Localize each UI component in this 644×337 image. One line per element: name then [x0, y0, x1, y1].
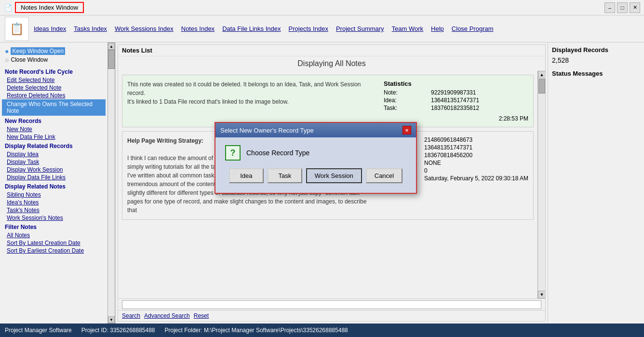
scrollbar-thumb[interactable]	[108, 50, 115, 69]
menu-ideas-index[interactable]: Ideas Index	[34, 25, 66, 32]
advanced-search-link[interactable]: Advanced Search	[144, 312, 190, 319]
notes-scroll-track	[538, 79, 545, 291]
restore-button[interactable]: □	[617, 2, 628, 13]
sidebar-display-idea[interactable]: Display Idea	[2, 150, 106, 158]
search-link[interactable]: Search	[122, 312, 140, 319]
sidebar-display-task[interactable]: Display Task	[2, 158, 106, 166]
sidebar-edit-note[interactable]: Edit Selected Note	[2, 76, 106, 84]
sidebar-scroll-wrapper: ● Keep Window Open ○ Close Window Note R…	[0, 42, 115, 324]
modal-task-button[interactable]: Task	[268, 168, 302, 183]
menu-team-work[interactable]: Team Work	[392, 25, 424, 32]
modal-choose-text: Choose Record Type	[246, 149, 309, 157]
minimize-button[interactable]: –	[604, 2, 615, 13]
sidebar-content: ● Keep Window Open ○ Close Window Note R…	[0, 42, 107, 324]
displayed-records-value: 2,528	[552, 54, 640, 66]
stat-row-note-1: Note: 92291909987331	[384, 89, 528, 96]
scrollbar-up-btn[interactable]: ▲	[108, 43, 115, 50]
modal-question-icon: ?	[225, 145, 241, 161]
stat-value-idea-1: 136481351747371	[431, 97, 479, 104]
radio-close-label: Close Window	[11, 56, 48, 63]
radio-keep-window-open[interactable]: ● Keep Window Open	[5, 47, 103, 55]
sidebar-work-session-notes[interactable]: Work Session's Notes	[2, 214, 106, 222]
sidebar-new-data-file-link[interactable]: New Data File Link	[2, 133, 106, 141]
title-bar-controls: – □ ✕	[604, 2, 640, 13]
status-messages-section: Status Messages	[552, 70, 640, 78]
sidebar-display-work-session[interactable]: Display Work Session	[2, 166, 106, 174]
notes-search-bar: Search Advanced Search Reset	[118, 310, 545, 321]
notes-scroll-down-btn[interactable]: ▼	[538, 291, 545, 298]
stat-timestamp-1: 2:28:53 PM	[384, 115, 528, 122]
section-note-lifecycle-title: Note Record's Life Cycle	[2, 67, 106, 76]
sidebar-restore-notes[interactable]: Restore Deleted Notes	[2, 92, 106, 99]
stat-value-worksession-2: NONE	[424, 160, 441, 166]
stat-value-note-1: 92291909987331	[431, 89, 476, 96]
menu-projects-index[interactable]: Projects Index	[289, 25, 328, 32]
modal-content-row: ? Choose Record Type	[225, 145, 406, 161]
menu-bar: 📋 Ideas Index Tasks Index Work Sessions …	[0, 15, 644, 42]
stat-value-datafiles-2: 0	[424, 167, 428, 174]
notes-list-header: Notes List	[118, 45, 545, 56]
stat-value-created-2: Saturday, February 5, 2022 09:30:18 AM	[424, 175, 528, 182]
sidebar-all-notes[interactable]: All Notes	[2, 231, 106, 239]
app-icon: 📄	[4, 4, 12, 12]
radio-close-window[interactable]: ○ Close Window	[5, 56, 103, 64]
radio-keep-label: Keep Window Open	[11, 47, 65, 55]
status-bar: Project Manager Software Project ID: 335…	[0, 324, 644, 337]
status-project-folder: Project Folder: M:\Project Manager Softw…	[165, 327, 348, 334]
menu-tasks-index[interactable]: Tasks Index	[74, 25, 107, 32]
modal-title-text: Select New Owner's Record Type	[220, 127, 314, 134]
modal-close-button[interactable]: ×	[402, 126, 411, 135]
right-panel: Displayed Records 2,528 Status Messages	[548, 42, 644, 324]
sidebar-display-data-file-links[interactable]: Display Data File Links	[2, 174, 106, 181]
modal-buttons: Idea Task Work Session Cancel	[225, 168, 406, 185]
menu-project-summary[interactable]: Project Summary	[336, 25, 384, 32]
stat-row-task-1: Task: 183760182335812	[384, 105, 528, 111]
app-logo-icon: 📋	[5, 17, 29, 41]
modal-dialog: Select New Owner's Record Type × ? Choos…	[215, 122, 417, 194]
menu-data-file-links-index[interactable]: Data File Links Index	[222, 25, 281, 32]
scrollbar-down-btn[interactable]: ▼	[108, 316, 115, 323]
scrollbar-track	[108, 50, 115, 316]
displayed-records-section: Displayed Records 2,528	[552, 46, 640, 66]
notes-scroll-up-btn[interactable]: ▲	[538, 71, 545, 79]
menu-close-program[interactable]: Close Program	[452, 25, 494, 32]
note-card-1-text: This note was created so it could be del…	[127, 80, 379, 122]
menu-work-sessions-index[interactable]: Work Sessions Index	[115, 25, 174, 32]
section-display-related-notes-title: Display Related Notes	[2, 181, 106, 191]
note-card-2-heading: Help Page Writing Strategy:	[127, 137, 203, 144]
stats-title-1: Statistics	[384, 80, 528, 87]
sidebar-delete-note[interactable]: Delete Selected Note	[2, 84, 106, 92]
modal-cancel-button[interactable]: Cancel	[366, 168, 402, 183]
notes-bottom-bar	[118, 298, 545, 310]
close-button[interactable]: ✕	[630, 2, 640, 13]
sidebar-sibling-notes[interactable]: Sibling Notes	[2, 191, 106, 199]
sidebar-sort-latest[interactable]: Sort By Latest Creation Date	[2, 239, 106, 247]
sidebar-idea-notes[interactable]: Idea's Notes	[2, 199, 106, 206]
menu-help[interactable]: Help	[431, 25, 444, 32]
sidebar-new-note[interactable]: New Note	[2, 125, 106, 133]
main-layout: ● Keep Window Open ○ Close Window Note R…	[0, 42, 644, 324]
modal-idea-button[interactable]: Idea	[229, 168, 264, 183]
sidebar-scrollbar[interactable]: ▲ ▼	[107, 42, 115, 324]
note-card-1[interactable]: This note was created so it could be del…	[122, 75, 534, 127]
menu-notes-index[interactable]: Notes Index	[181, 25, 215, 32]
modal-work-session-button[interactable]: Work Session	[306, 168, 362, 183]
stat-value-task-2: 183670818456200	[424, 152, 472, 159]
sidebar: ● Keep Window Open ○ Close Window Note R…	[0, 42, 116, 324]
section-new-records-title: New Records	[2, 116, 106, 125]
sidebar-task-notes[interactable]: Task's Notes	[2, 206, 106, 214]
title-bar-title: Notes Index Window	[15, 2, 84, 13]
sidebar-sort-earliest[interactable]: Sort By Earliest Creation Date	[2, 247, 106, 255]
content-wrapper: Notes List Displaying All Notes This not…	[116, 42, 644, 324]
stat-label-idea-1: Idea:	[384, 97, 427, 104]
notes-bottom-input[interactable]	[122, 300, 541, 309]
notes-scrollbar[interactable]: ▲ ▼	[537, 71, 545, 298]
reset-link[interactable]: Reset	[194, 312, 209, 319]
content-inner: Notes List Displaying All Notes This not…	[116, 42, 644, 324]
stat-label-task-1: Task:	[384, 105, 427, 111]
notes-list-panel: Notes List Displaying All Notes This not…	[118, 44, 546, 322]
note-card-1-stats: Statistics Note: 92291909987331 Idea: 13…	[384, 80, 528, 122]
stat-value-idea-2: 136481351747371	[424, 144, 472, 151]
sidebar-change-owner[interactable]: Change Who Owns The Selected Note	[2, 99, 106, 116]
notes-scroll-thumb[interactable]	[538, 79, 545, 94]
